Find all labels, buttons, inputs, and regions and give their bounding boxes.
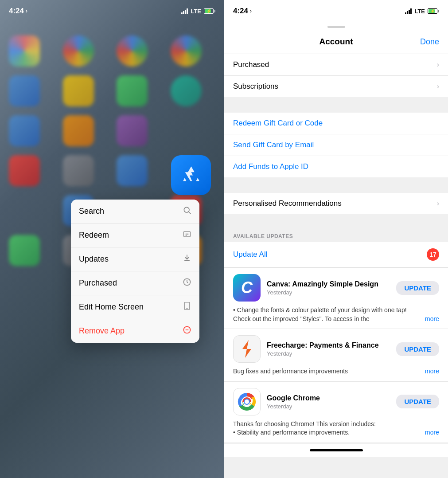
subscriptions-item[interactable]: Subscriptions › (224, 76, 448, 97)
appstore-icon (171, 155, 211, 195)
context-menu: Search Redeem Updates (71, 200, 199, 343)
context-menu-remove[interactable]: Remove App (71, 319, 199, 343)
canva-update-button[interactable]: UPDATE (396, 281, 439, 295)
context-menu-redeem[interactable]: Redeem (71, 223, 199, 247)
chrome-logo (237, 392, 257, 411)
blurred-icon (117, 35, 148, 67)
chrome-app-row: Google Chrome Yesterday UPDATE Thanks fo… (224, 382, 448, 443)
signal-bar-1 (405, 12, 406, 14)
left-panel: 4:24 › LTE ⚡ Search (0, 0, 224, 478)
right-lte-label: LTE (414, 8, 425, 15)
chrome-app-main: Google Chrome Yesterday UPDATE (224, 382, 448, 420)
recommendations-section: Personalised Recommendations › (224, 193, 448, 214)
right-scroll-area[interactable]: Purchased › Subscriptions › Redeem Gift … (224, 54, 448, 478)
redeem-gift-label: Redeem Gift Card or Code (233, 119, 323, 128)
blurred-icon (117, 115, 148, 146)
canva-app-date: Yesterday (267, 289, 390, 296)
canva-app-icon: C (233, 274, 261, 302)
add-funds-item[interactable]: Add Funds to Apple ID (224, 156, 448, 177)
update-all-section: Update All 17 (224, 242, 448, 267)
blurred-icon (171, 115, 202, 146)
purchased-item[interactable]: Purchased › (224, 54, 448, 76)
battery-cap (214, 10, 215, 12)
svg-marker-8 (242, 340, 251, 358)
search-icon (183, 206, 191, 217)
recommendations-chevron-icon: › (437, 200, 439, 208)
svg-point-5 (187, 308, 187, 309)
freecharge-more-link[interactable]: more (425, 367, 439, 376)
subscriptions-chevron-icon: › (437, 82, 439, 90)
freecharge-description: Bug fixes and performance improvements m… (224, 367, 448, 381)
add-funds-label: Add Funds to Apple ID (233, 162, 308, 171)
freecharge-app-icon (233, 335, 261, 363)
updates-icon (183, 254, 191, 265)
context-menu-search[interactable]: Search (71, 200, 199, 223)
blurred-icon (63, 35, 94, 67)
blurred-icon (117, 155, 148, 186)
right-panel: 4:24 › LTE ⚡ Account Done (224, 0, 448, 478)
chrome-app-name: Google Chrome (267, 394, 390, 402)
right-battery-cap (438, 10, 439, 12)
update-all-row[interactable]: Update All 17 (224, 242, 448, 267)
main-section: Purchased › Subscriptions › (224, 54, 448, 97)
right-status-right: LTE ⚡ (405, 8, 439, 15)
gift-section: Redeem Gift Card or Code Send Gift Card … (224, 113, 448, 177)
purchased-chevron-icon: › (437, 61, 439, 69)
signal-bar-1 (181, 12, 183, 14)
canva-letter: C (241, 278, 253, 297)
right-battery-icon: ⚡ (428, 8, 439, 14)
appstore-logo (179, 163, 203, 188)
chrome-desc-text: Thanks for choosing Chrome! This version… (233, 420, 423, 437)
right-location-icon: › (250, 8, 252, 14)
updates-label: Updates (79, 255, 109, 264)
canva-app-name: Canva: Amazingly Simple Design (267, 280, 390, 288)
purchased-icon (183, 278, 191, 289)
recommendations-label: Personalised Recommendations (233, 199, 342, 208)
blurred-icon (117, 75, 148, 106)
search-label: Search (79, 207, 104, 216)
right-battery-charging-icon: ⚡ (430, 9, 435, 13)
update-count-badge: 17 (427, 248, 439, 261)
freecharge-app-name: Freecharge: Payments & Finance (267, 341, 390, 349)
svg-rect-4 (184, 302, 190, 310)
freecharge-app-date: Yesterday (267, 350, 390, 357)
svg-point-11 (245, 400, 249, 404)
freecharge-update-button[interactable]: UPDATE (396, 342, 439, 356)
drag-indicator (327, 26, 345, 28)
purchased-label: Purchased (79, 278, 117, 288)
edit-home-icon (183, 302, 191, 313)
recommendations-item[interactable]: Personalised Recommendations › (224, 193, 448, 214)
redeem-icon (183, 230, 191, 241)
done-button[interactable]: Done (420, 37, 439, 47)
context-menu-edit-home[interactable]: Edit Home Screen (71, 295, 199, 319)
blurred-icon (171, 35, 202, 67)
chrome-app-info: Google Chrome Yesterday (267, 394, 390, 410)
available-updates-label: AVAILABLE UPDATES (233, 233, 293, 239)
canva-app-info: Canva: Amazingly Simple Design Yesterday (267, 280, 390, 296)
canva-app-row: C Canva: Amazingly Simple Design Yesterd… (224, 268, 448, 329)
redeem-gift-item[interactable]: Redeem Gift Card or Code (224, 113, 448, 134)
available-updates-header: AVAILABLE UPDATES (224, 230, 448, 242)
context-menu-purchased[interactable]: Purchased (71, 271, 199, 295)
chrome-app-date: Yesterday (267, 403, 390, 410)
bottom-bar-container (224, 444, 448, 457)
canva-more-link[interactable]: more (425, 315, 439, 324)
send-gift-item[interactable]: Send Gift Card by Email (224, 134, 448, 156)
left-signal-bars (181, 8, 188, 14)
context-menu-updates[interactable]: Updates (71, 247, 199, 271)
blurred-icon (9, 35, 40, 67)
section-gap-2 (224, 177, 448, 193)
section-gap-3 (224, 214, 448, 230)
account-header: Account Done (224, 30, 448, 54)
left-status-bar: 4:24 › LTE ⚡ (0, 0, 224, 22)
update-all-label: Update All (233, 250, 268, 259)
redeem-label: Redeem (79, 231, 109, 240)
blurred-icon (63, 155, 94, 186)
blurred-icon (9, 195, 40, 226)
freecharge-desc-text: Bug fixes and performance improvements (233, 367, 423, 376)
right-time: 4:24 (233, 7, 248, 16)
drag-indicator-container (224, 22, 448, 30)
chrome-more-link[interactable]: more (425, 428, 439, 437)
chrome-update-button[interactable]: UPDATE (396, 395, 439, 408)
canva-app-main: C Canva: Amazingly Simple Design Yesterd… (224, 268, 448, 306)
